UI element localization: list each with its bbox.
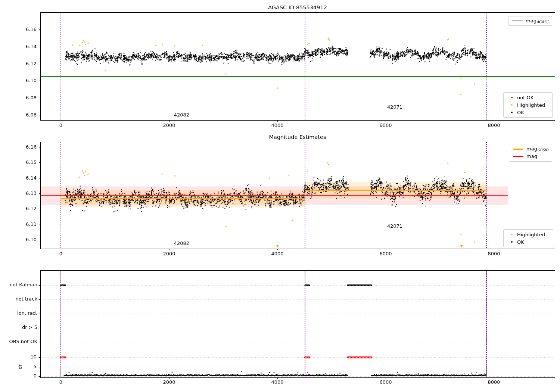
figure-canvas [0,0,560,392]
magnitude-figure: AGASC ID 855534912 Magnitude Estimates m… [0,0,560,392]
